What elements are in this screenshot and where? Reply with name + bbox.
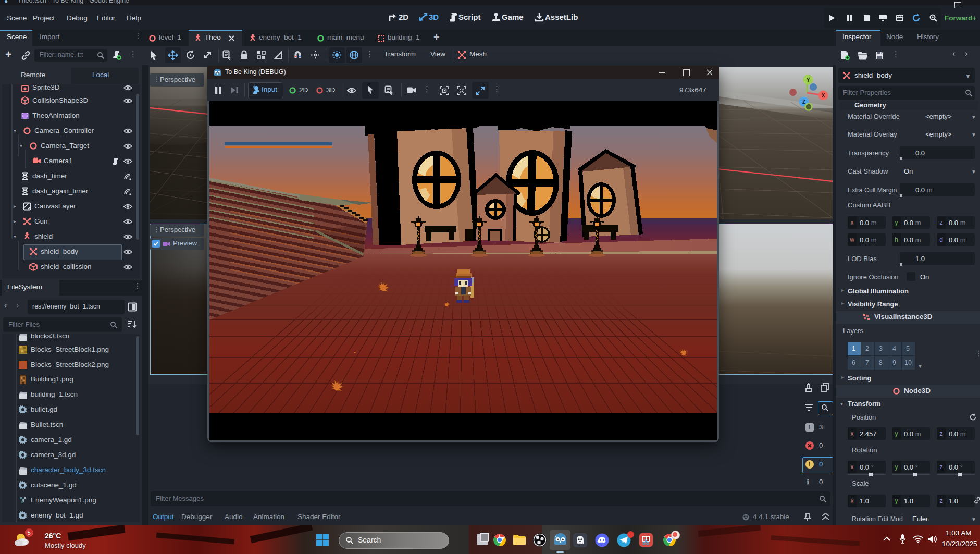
svg-text:X: X bbox=[822, 93, 825, 99]
svg-text:Y: Y bbox=[807, 77, 810, 83]
svg-text:Z: Z bbox=[802, 99, 805, 105]
